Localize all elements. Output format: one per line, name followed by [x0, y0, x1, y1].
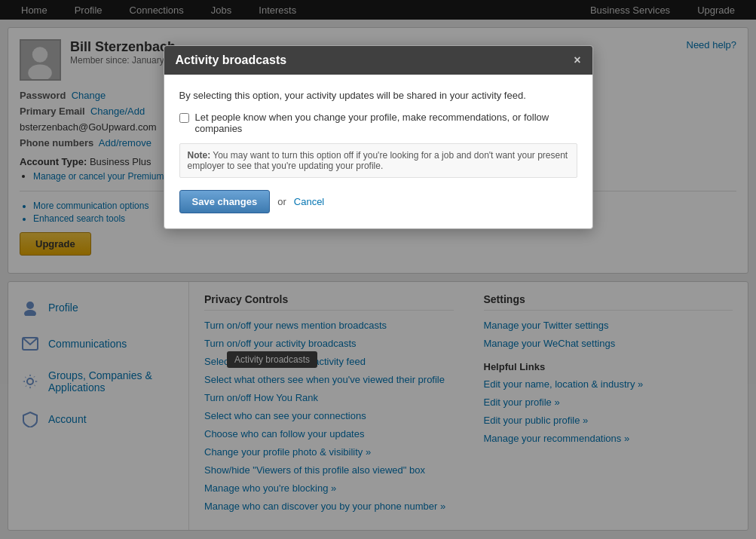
modal-overlay: Activity broadcasts × By selecting this …	[0, 0, 756, 538]
note-text: You may want to turn this option off if …	[188, 150, 568, 171]
modal-close-button[interactable]: ×	[574, 54, 580, 67]
modal-or-text: or	[277, 196, 286, 207]
modal-header: Activity broadcasts ×	[164, 46, 592, 75]
note-strong: Note:	[188, 150, 211, 161]
modal-note: Note: You may want to turn this option o…	[179, 143, 577, 178]
checkbox-label: Let people know when you change your pro…	[195, 112, 577, 134]
modal-description: By selecting this option, your activity …	[179, 90, 577, 101]
modal-body: By selecting this option, your activity …	[164, 75, 592, 228]
cancel-button[interactable]: Cancel	[294, 196, 324, 207]
activity-broadcasts-modal: Activity broadcasts × By selecting this …	[164, 45, 593, 229]
modal-checkbox-row: Let people know when you change your pro…	[179, 112, 577, 134]
modal-title: Activity broadcasts	[176, 54, 287, 67]
activity-broadcasts-checkbox[interactable]	[179, 113, 189, 123]
modal-actions: Save changes or Cancel	[179, 190, 577, 213]
save-changes-button[interactable]: Save changes	[179, 190, 271, 213]
